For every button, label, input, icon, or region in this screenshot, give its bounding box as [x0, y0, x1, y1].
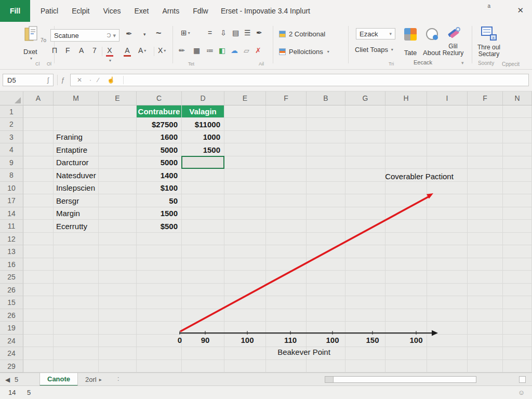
row-header-24-19[interactable]: 24: [0, 347, 23, 360]
chevron-down-icon[interactable]: ▾: [113, 32, 116, 39]
fx-icon[interactable]: ƒ: [61, 76, 64, 84]
table-cell[interactable]: Natesduver: [54, 169, 98, 181]
column-header-F-11[interactable]: F: [468, 91, 503, 105]
bold-button[interactable]: Π: [52, 47, 57, 54]
row-header-8-5[interactable]: 8: [0, 169, 23, 181]
table-header-cell[interactable]: Valagin: [182, 105, 224, 117]
column-header-G-8[interactable]: G: [345, 91, 385, 105]
strike-button[interactable]: 7: [92, 47, 97, 54]
tate-icon[interactable]: [404, 28, 417, 41]
add-sheet-icon[interactable]: :: [117, 375, 119, 382]
wrap-text-button[interactable]: ▤: [232, 29, 239, 36]
chevron-down-icon[interactable]: ▾: [461, 60, 464, 65]
table-cell[interactable]: 5000: [137, 156, 181, 168]
row-header-16-12[interactable]: 16: [0, 258, 23, 271]
row-header-1-0[interactable]: 1: [0, 105, 23, 118]
paste-icon[interactable]: [24, 26, 39, 43]
pen-button[interactable]: ✒: [256, 29, 262, 36]
row-header-13-11[interactable]: 13: [0, 245, 23, 258]
hscroll-left-button[interactable]: [325, 376, 334, 383]
row-header-4-3[interactable]: 4: [0, 143, 23, 156]
minimize-button[interactable]: a: [487, 3, 490, 9]
menu-exet[interactable]: Exet: [134, 7, 149, 15]
cloud-button[interactable]: ☁: [231, 47, 238, 54]
column-header-F-6[interactable]: F: [266, 91, 307, 105]
table-cell[interactable]: Ecerrutty: [54, 220, 98, 232]
table-header-cell[interactable]: Contrabure: [137, 105, 181, 117]
table-cell[interactable]: $500: [137, 220, 181, 232]
cliet-toaps-button[interactable]: Cliet Toaps ▾: [355, 46, 393, 54]
column-header-D-4[interactable]: D: [182, 91, 224, 105]
table-cell[interactable]: Inslepscien: [54, 182, 98, 194]
paint-recovery-icon[interactable]: [447, 27, 460, 39]
column-header-E-2[interactable]: E: [99, 91, 137, 105]
select-all-corner[interactable]: [0, 91, 23, 105]
paste-button[interactable]: Dxet: [23, 48, 37, 56]
eraser-button[interactable]: ▱: [244, 47, 249, 54]
row-header-2-1[interactable]: 2: [0, 118, 23, 130]
table-cell[interactable]: $100: [137, 182, 181, 194]
column-header-H-9[interactable]: H: [385, 91, 427, 105]
borders-button[interactable]: ⊞▾: [181, 29, 190, 36]
menu-vices[interactable]: Vices: [103, 7, 121, 15]
row-header-25-13[interactable]: 25: [0, 271, 23, 283]
tab-nav-number[interactable]: 5: [15, 373, 18, 386]
row-header-17-7[interactable]: 17: [0, 194, 23, 207]
italic-button[interactable]: F: [65, 47, 70, 54]
column-header-C-3[interactable]: C: [137, 91, 182, 105]
table-cell[interactable]: Entaptire: [54, 143, 98, 155]
column-header-A-0[interactable]: A: [23, 91, 54, 105]
menu-fdlw[interactable]: Fdlw: [193, 7, 208, 15]
file-button[interactable]: Fill: [0, 0, 30, 22]
table-cell[interactable]: 1600: [137, 131, 181, 143]
formula-input[interactable]: ✕ · ∕ ☝: [70, 74, 529, 86]
column-header-M-1[interactable]: M: [54, 91, 99, 105]
column-header-N-12[interactable]: N: [503, 91, 532, 105]
menu-arnts[interactable]: Arnts: [162, 7, 179, 15]
sheet-tab-canote[interactable]: Canote: [39, 373, 78, 386]
font-name-select[interactable]: Scatune Ɔ ▾: [50, 29, 119, 42]
close-button[interactable]: ✕: [517, 6, 524, 15]
font-color-button[interactable]: A: [124, 47, 131, 57]
row-header-3-2[interactable]: 3: [0, 131, 23, 143]
menu-eclpit[interactable]: Eclpit: [72, 7, 89, 15]
text-style-button[interactable]: A▾: [138, 47, 146, 54]
table-cell[interactable]: Bersgr: [54, 194, 98, 206]
row-header-26-16[interactable]: 26: [0, 309, 23, 322]
selected-cell-border[interactable]: [181, 156, 224, 169]
table-cell[interactable]: Darcturor: [54, 156, 98, 168]
cancel-icon[interactable]: ✕: [77, 76, 82, 84]
column-header-E-5[interactable]: E: [224, 91, 266, 105]
clear-format-button[interactable]: X▾: [158, 47, 166, 54]
table-cell[interactable]: Margin: [54, 207, 98, 219]
sheet-tab-2orl[interactable]: 2orl▸: [78, 373, 109, 386]
hscroll-right-button[interactable]: [519, 376, 526, 383]
equals-button[interactable]: =: [208, 29, 212, 36]
table-cell[interactable]: 1400: [137, 169, 181, 181]
table-cell[interactable]: $11000: [182, 118, 224, 130]
row-header-11-9[interactable]: 11: [0, 220, 23, 232]
row-header-12-10[interactable]: 12: [0, 233, 23, 245]
row-header-26-14[interactable]: 26: [0, 284, 23, 296]
row-header-15-15[interactable]: 15: [0, 296, 23, 309]
hand-icon[interactable]: ☝: [107, 76, 115, 84]
delete-button[interactable]: ✗: [255, 47, 261, 54]
font-spinner-icon[interactable]: Ɔ: [107, 32, 111, 38]
fill-color-button[interactable]: X▾: [106, 47, 113, 64]
flag-button[interactable]: ◧: [219, 47, 225, 54]
row-header-24-18[interactable]: 24: [0, 335, 23, 347]
menu-paticl[interactable]: Paticl: [41, 7, 58, 15]
underline-button[interactable]: A: [79, 47, 84, 54]
row-header-10-6[interactable]: 10: [0, 182, 23, 194]
row-header-9-4[interactable]: 9: [0, 156, 23, 169]
chevron-down-icon[interactable]: ▾: [143, 32, 146, 37]
align-lines-button[interactable]: ☰: [244, 29, 251, 36]
about-icon[interactable]: [426, 28, 438, 40]
row-header-29-20[interactable]: 29: [0, 360, 23, 373]
format-as-table-button[interactable]: Pelloictions ▾: [279, 48, 329, 56]
column-header-I-10[interactable]: I: [427, 91, 468, 105]
enter-icon[interactable]: ∕: [98, 76, 99, 84]
format-painter-button[interactable]: ✏: [179, 47, 185, 54]
table-cell[interactable]: 5000: [137, 143, 181, 155]
table-cell[interactable]: 1000: [182, 131, 224, 143]
